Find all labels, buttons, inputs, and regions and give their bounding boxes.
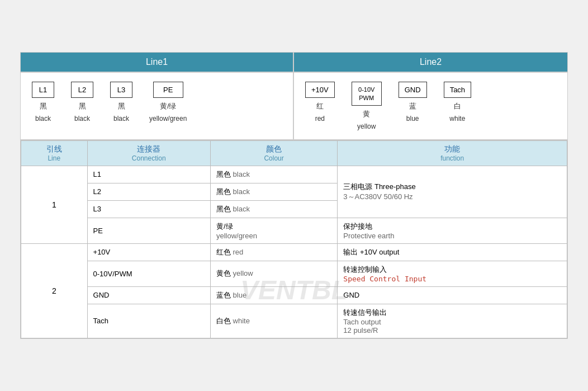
line2-title: Line2 <box>420 57 442 67</box>
line-num-2: 2 <box>21 243 88 338</box>
table-row: 2 +10V 红色 red 输出 +10V output <box>21 243 567 261</box>
func-Tach: 转速信号输出 Tach output 12 pulse/R <box>338 304 567 338</box>
table-row: 0-10V/PWM 黄色 yellow 转速控制输入 Speed Control… <box>21 261 567 286</box>
connector-box-plus10V: +10V <box>305 82 335 98</box>
header-row: Line1 Line2 <box>21 53 567 73</box>
connector-GND: GND 蓝 blue <box>399 82 427 123</box>
connector-box-L3: L3 <box>110 82 132 98</box>
connection-GND: GND <box>87 286 210 304</box>
line-num-1: 1 <box>21 166 88 243</box>
th-function: 功能 function <box>338 140 567 166</box>
colour-0-10V-PWM: 黄色 yellow <box>210 261 337 286</box>
func-0-10V-PWM: 转速控制输入 Speed Control Input <box>338 261 567 286</box>
line2-diagram: +10V 红 red 0-10VPWM 黄 yellow GND 蓝 blue … <box>294 73 567 139</box>
line2-header: Line2 <box>294 53 567 72</box>
colour-PE: 黄/绿 yellow/green <box>210 218 337 243</box>
diagram-row: L1 黑 black L2 黑 black L3 黑 black PE 黄/绿 <box>21 73 567 140</box>
table-row: GND 蓝色 blue GND <box>21 286 567 304</box>
table-row: Tach 白色 white 转速信号输出 Tach output 12 puls… <box>21 304 567 338</box>
connector-L1: L1 黑 black <box>32 82 54 123</box>
connection-0-10V-PWM: 0-10V/PWM <box>87 261 210 286</box>
connector-box-L2: L2 <box>71 82 93 98</box>
connector-Tach: Tach 白 white <box>444 82 471 123</box>
table-section: 引线 Line 连接器 Connection 颜色 Colour 功能 <box>21 140 567 338</box>
colour-L3: 黑色 black <box>210 200 337 218</box>
main-table: 引线 Line 连接器 Connection 颜色 Colour 功能 <box>21 140 567 338</box>
connection-L1: L1 <box>87 166 210 183</box>
func-L1-L2-L3: 三相电源 Three-phase 3～AC380V 50/60 Hz <box>338 166 567 218</box>
connector-box-GND: GND <box>399 82 427 98</box>
connector-PE: PE 黄/绿 yellow/green <box>149 82 187 123</box>
connector-box-PE: PE <box>153 82 183 98</box>
connector-box-L1: L1 <box>32 82 54 98</box>
th-line: 引线 Line <box>21 140 88 166</box>
table-row: 1 L1 黑色 black 三相电源 Three-phase 3～AC380V … <box>21 166 567 183</box>
func-plus10V: 输出 +10V output <box>338 243 567 261</box>
colour-GND: 蓝色 blue <box>210 286 337 304</box>
connector-box-Tach: Tach <box>444 82 471 98</box>
connection-Tach: Tach <box>87 304 210 338</box>
connector-L2: L2 黑 black <box>71 82 93 123</box>
connector-0-10V-PWM: 0-10VPWM 黄 yellow <box>352 82 382 130</box>
line1-diagram: L1 黑 black L2 黑 black L3 黑 black PE 黄/绿 <box>21 73 294 139</box>
connector-plus10V: +10V 红 red <box>305 82 335 123</box>
colour-Tach: 白色 white <box>210 304 337 338</box>
connection-L3: L3 <box>87 200 210 218</box>
connection-plus10V: +10V <box>87 243 210 261</box>
table-row: PE 黄/绿 yellow/green 保护接地 Protective eart… <box>21 218 567 243</box>
table-header: 引线 Line 连接器 Connection 颜色 Colour 功能 <box>21 140 567 166</box>
line1-header: Line1 <box>21 53 294 72</box>
func-GND: GND <box>338 286 567 304</box>
th-colour: 颜色 Colour <box>210 140 337 166</box>
colour-plus10V: 红色 red <box>210 243 337 261</box>
connection-L2: L2 <box>87 183 210 200</box>
th-connection: 连接器 Connection <box>87 140 210 166</box>
colour-L2: 黑色 black <box>210 183 337 200</box>
connector-box-0-10V-PWM: 0-10VPWM <box>352 82 382 106</box>
connection-PE: PE <box>87 218 210 243</box>
connector-L3: L3 黑 black <box>110 82 132 123</box>
colour-L1: 黑色 black <box>210 166 337 183</box>
line1-title: Line1 <box>146 57 168 67</box>
func-PE: 保护接地 Protective earth <box>338 218 567 243</box>
